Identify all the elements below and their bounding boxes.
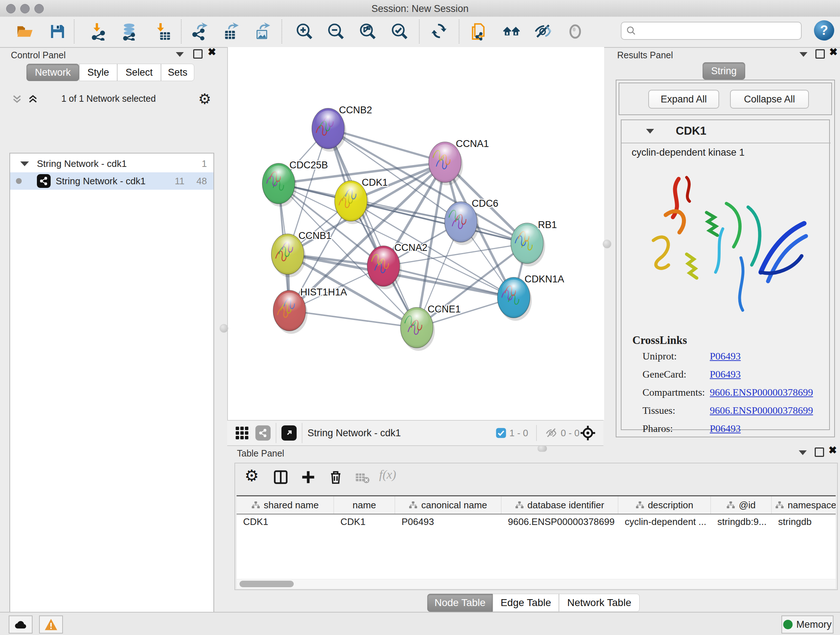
control-panel-float-icon[interactable]	[176, 52, 184, 57]
network-selection-status: 1 of 1 Network selected	[40, 93, 177, 104]
control-panel-close-icon[interactable]: ✖	[208, 49, 216, 56]
export-image-icon[interactable]	[252, 20, 275, 43]
memory-button[interactable]: Memory	[782, 616, 834, 633]
grid-view-icon[interactable]	[234, 425, 249, 440]
expand-all-icon[interactable]	[27, 93, 39, 105]
column-header-label: database identifier	[527, 500, 604, 511]
table-panel-close-icon[interactable]: ✖	[829, 447, 837, 454]
column-header-canonicalname[interactable]: canonical name	[395, 496, 501, 514]
refresh-icon[interactable]	[428, 20, 451, 43]
zoom-selected-icon[interactable]	[388, 20, 411, 43]
selected-checkbox-icon[interactable]	[496, 428, 507, 439]
column-header-databaseidentifier[interactable]: database identifier	[501, 496, 618, 514]
crosslinks-title: CrossLinks	[632, 334, 687, 347]
crosslink-value-link[interactable]: P06493	[710, 350, 741, 362]
crosslink-value-link[interactable]: 9606.ENSP00000378699	[710, 386, 813, 398]
delete-column-icon[interactable]	[328, 469, 344, 485]
node-label: CCNA2	[394, 242, 428, 253]
results-panel-close-icon[interactable]: ✖	[829, 49, 837, 56]
table-cell[interactable]: cyclin-dependent ...	[618, 515, 711, 529]
add-column-icon[interactable]	[300, 469, 316, 485]
birdseye-view-icon[interactable]	[281, 425, 297, 440]
save-session-icon[interactable]	[46, 20, 69, 43]
zoom-in-icon[interactable]	[294, 20, 316, 43]
function-builder-icon[interactable]: f(x)	[379, 468, 396, 481]
table-hscrollbar	[237, 579, 836, 589]
string-app-icon	[37, 174, 51, 188]
expand-all-button[interactable]: Expand All	[648, 90, 719, 109]
left-splitter-handle[interactable]	[219, 324, 228, 333]
network-collection-row[interactable]: String Network - cdk1 1	[10, 155, 213, 172]
table-panel-maximize-icon[interactable]	[815, 448, 824, 457]
collapse-all-button[interactable]: Collapse All	[730, 90, 809, 109]
import-database-icon[interactable]	[118, 20, 141, 43]
help-button[interactable]: ?	[814, 20, 834, 41]
export-network-icon[interactable]	[189, 20, 212, 43]
column-header-id[interactable]: @id	[711, 496, 772, 514]
results-panel-maximize-icon[interactable]	[815, 49, 825, 59]
table-cell[interactable]: 9606.ENSP00000378699	[501, 515, 618, 529]
hide-selected-icon[interactable]	[532, 20, 554, 43]
tab-edge-table[interactable]: Edge Table	[493, 594, 559, 612]
status-bar: Memory	[0, 612, 840, 635]
crosslink-value-link[interactable]: P06493	[710, 369, 741, 380]
export-table-icon[interactable]	[221, 20, 243, 43]
network-options-gear-icon[interactable]: ⚙	[198, 90, 211, 107]
search-input[interactable]	[637, 25, 794, 37]
collapse-all-icon[interactable]	[11, 93, 23, 105]
table-cell[interactable]: CDK1	[237, 515, 334, 529]
network-canvas[interactable]: CCNB2CCNA1CDC25BCDK1CDC6RB1CCNB1CCNA2CDK…	[227, 47, 604, 420]
tab-node-table[interactable]: Node Table	[427, 594, 493, 612]
zoom-fit-icon[interactable]	[357, 20, 379, 43]
copy-network-icon[interactable]	[467, 20, 490, 43]
tab-sets[interactable]: Sets	[161, 64, 194, 81]
crosslink-value-link[interactable]: 9606.ENSP00000378699	[710, 405, 813, 416]
tab-string[interactable]: String	[703, 62, 745, 80]
table-row[interactable]: CDK1CDK1P064939606.ENSP00000378699cyclin…	[237, 515, 836, 529]
open-session-icon[interactable]	[14, 20, 36, 43]
gene-section: CDK1 cyclin-dependent kinase 1	[621, 119, 830, 430]
table-cell[interactable]: stringdb	[772, 515, 836, 529]
table-cell[interactable]: stringdb:9...	[711, 515, 772, 529]
share-view-icon[interactable]	[256, 425, 271, 440]
network-row-selected[interactable]: String Network - cdk1 11 48	[10, 172, 213, 190]
collection-expand-icon[interactable]	[20, 162, 29, 166]
delete-table-icon[interactable]	[355, 471, 370, 485]
table-settings-gear-icon[interactable]: ⚙	[245, 466, 259, 485]
warning-button[interactable]	[39, 616, 63, 633]
cloud-button[interactable]	[9, 616, 33, 633]
gene-collapse-icon[interactable]	[646, 129, 654, 134]
results-panel-float-icon[interactable]	[799, 52, 807, 57]
tab-select[interactable]: Select	[117, 64, 161, 81]
table-panel-float-icon[interactable]	[799, 450, 807, 455]
column-header-namespace[interactable]: namespace	[772, 496, 836, 514]
columns-icon[interactable]	[273, 469, 289, 485]
import-network-icon[interactable]	[88, 20, 110, 43]
column-header-description[interactable]: description	[618, 496, 711, 514]
import-table-icon[interactable]	[151, 20, 174, 43]
table-cell[interactable]: P06493	[395, 515, 501, 529]
column-header-sharedname[interactable]: shared name	[237, 496, 334, 514]
network-edge[interactable]	[351, 201, 527, 243]
first-neighbors-icon[interactable]	[501, 20, 523, 43]
crosshair-icon[interactable]	[579, 424, 596, 441]
show-all-icon[interactable]	[564, 20, 586, 43]
network-edge[interactable]	[289, 310, 417, 328]
network-edge[interactable]	[328, 128, 417, 328]
tab-network[interactable]: Network	[27, 64, 79, 81]
control-panel-maximize-icon[interactable]	[193, 49, 202, 59]
search-icon	[626, 25, 637, 36]
crosslink-value-link[interactable]: P06493	[710, 423, 741, 434]
zoom-out-icon[interactable]	[325, 20, 347, 43]
gene-description: cyclin-dependent kinase 1	[632, 147, 745, 158]
tab-network-table[interactable]: Network Table	[559, 594, 639, 612]
network-edge[interactable]	[384, 266, 514, 298]
table-cell[interactable]: CDK1	[334, 515, 395, 529]
gene-header[interactable]: CDK1	[622, 120, 831, 143]
table-hscrollbar-thumb[interactable]	[240, 581, 294, 587]
right-splitter-handle[interactable]	[603, 240, 611, 249]
column-header-name[interactable]: name	[334, 496, 395, 514]
tab-style[interactable]: Style	[79, 64, 117, 81]
column-header-label: namespace	[788, 500, 836, 511]
hidden-eye-icon[interactable]	[545, 426, 558, 440]
